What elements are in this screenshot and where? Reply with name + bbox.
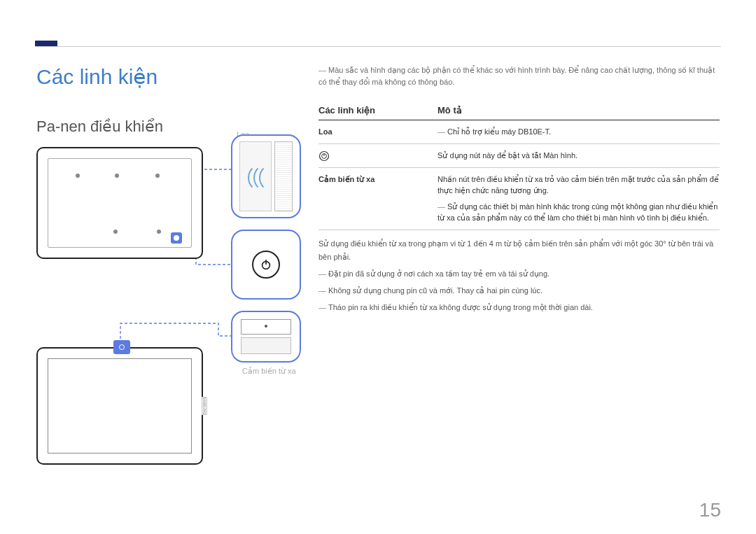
note-1: Sử dụng điều khiển từ xa trong phạm vi t… bbox=[318, 237, 720, 265]
dash-icon: ― bbox=[318, 66, 326, 74]
dash-icon: ― bbox=[318, 303, 326, 311]
front-display-diagram: SAMSUNG bbox=[36, 347, 203, 465]
section-subtitle: Pa-nen điều khiển bbox=[36, 118, 163, 136]
th-desc: Mô tả bbox=[438, 105, 720, 115]
brand-logo: SAMSUNG bbox=[202, 397, 207, 415]
sensor-callout bbox=[231, 311, 301, 363]
speaker-callout bbox=[231, 134, 301, 218]
ir-sensor-highlight bbox=[113, 340, 130, 354]
dash-icon: ― bbox=[318, 269, 326, 278]
ir-dot-icon bbox=[265, 325, 267, 328]
power-button-graphic bbox=[252, 251, 280, 279]
table-row-power: Sử dụng nút này để bật và tắt Màn hình. bbox=[318, 144, 720, 168]
dash-icon: ― bbox=[318, 286, 326, 295]
diagram-area: Loa Cảm biến từ xa SAMSUNG bbox=[36, 134, 302, 477]
sensor-bar bbox=[241, 337, 291, 354]
cell-loa-desc: ―Chỉ hỗ trợ kiểu máy DB10E-T. bbox=[438, 126, 720, 138]
power-port-highlight bbox=[171, 232, 182, 244]
notes-block: Sử dụng điều khiển từ xa trong phạm vi t… bbox=[318, 237, 720, 315]
sensor-desc-p2-text: Sử dụng các thiết bị màn hình khác trong… bbox=[438, 202, 718, 223]
page-number: 15 bbox=[699, 499, 721, 521]
front-screen bbox=[48, 358, 192, 454]
header-accent-bar bbox=[35, 41, 57, 46]
dash-icon: ― bbox=[438, 127, 445, 136]
cell-power-icon bbox=[318, 150, 438, 162]
screw-icon bbox=[76, 174, 80, 178]
page-title: Các linh kiện bbox=[36, 64, 158, 89]
intro-note-text: Màu sắc và hình dạng các bộ phận có thể … bbox=[318, 66, 715, 86]
note-4-text: Tháo pin ra khi điều khiển từ xa không đ… bbox=[328, 303, 593, 311]
parts-table: Các linh kiện Mô tả Loa ―Chỉ hỗ trợ kiểu… bbox=[318, 105, 720, 318]
table-row-loa: Loa ―Chỉ hỗ trợ kiểu máy DB10E-T. bbox=[318, 120, 720, 144]
power-icon bbox=[260, 258, 272, 271]
screw-icon bbox=[113, 230, 118, 234]
note-2-text: Đặt pin đã sử dụng ở nơi cách xa tầm tay… bbox=[328, 269, 550, 278]
dash-icon: ― bbox=[438, 202, 445, 211]
back-panel-diagram bbox=[36, 147, 203, 259]
cell-sensor-label: Cảm biến từ xa bbox=[318, 174, 438, 224]
table-header-row: Các linh kiện Mô tả bbox=[318, 105, 720, 120]
note-2: ―Đặt pin đã sử dụng ở nơi cách xa tầm ta… bbox=[318, 267, 720, 281]
screw-icon bbox=[155, 174, 160, 178]
header-divider bbox=[35, 46, 721, 47]
power-icon bbox=[318, 150, 330, 162]
intro-note: ―Màu sắc và hình dạng các bộ phận có thể… bbox=[318, 64, 720, 87]
note-3: ―Không sử dụng chung pin cũ và mới. Thay… bbox=[318, 284, 720, 298]
sensor-label: Cảm biến từ xa bbox=[242, 367, 296, 376]
th-parts: Các linh kiện bbox=[318, 105, 438, 115]
cell-loa-desc-text: Chỉ hỗ trợ kiểu máy DB10E-T. bbox=[447, 127, 551, 136]
note-4: ―Tháo pin ra khi điều khiển từ xa không … bbox=[318, 301, 720, 315]
sensor-desc-p1: Nhấn nút trên điều khiển từ xa trỏ vào c… bbox=[438, 174, 720, 197]
sensor-desc-p2: ―Sử dụng các thiết bị màn hình khác tron… bbox=[438, 201, 720, 224]
note-3-text: Không sử dụng chung pin cũ và mới. Thay … bbox=[328, 286, 542, 295]
table-row-sensor: Cảm biến từ xa Nhấn nút trên điều khiển … bbox=[318, 168, 720, 230]
screw-icon bbox=[115, 174, 119, 178]
cell-power-desc: Sử dụng nút này để bật và tắt Màn hình. bbox=[438, 150, 720, 162]
screw-icon bbox=[157, 230, 161, 234]
power-button-callout bbox=[231, 230, 301, 300]
cell-sensor-desc: Nhấn nút trên điều khiển từ xa trỏ vào c… bbox=[438, 174, 720, 224]
cell-loa-label: Loa bbox=[318, 126, 438, 138]
